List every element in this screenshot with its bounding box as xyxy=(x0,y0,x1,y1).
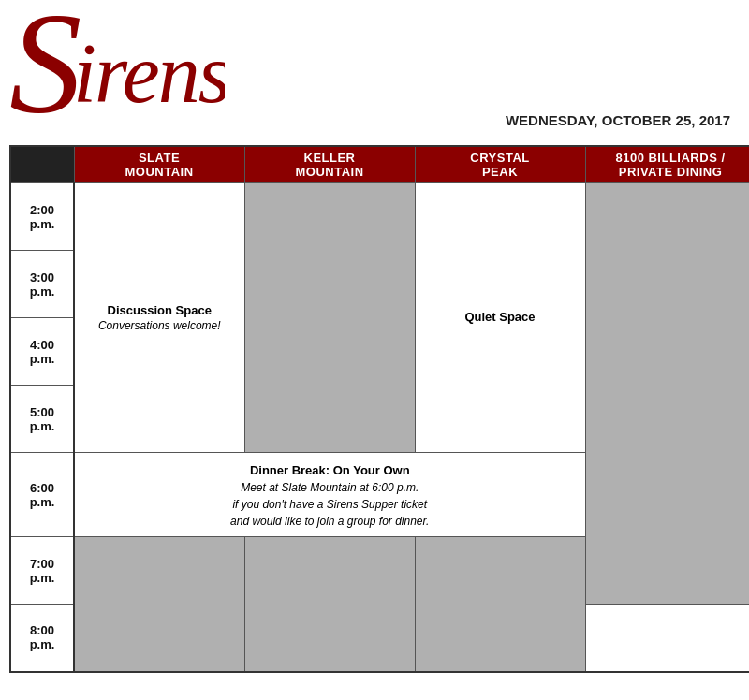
time-cell: 6:00 p.m. xyxy=(10,453,74,537)
dinner-subtitle: Meet at Slate Mountain at 6:00 p.m.if yo… xyxy=(230,481,429,528)
quiet-space-title: Quiet Space xyxy=(421,310,580,324)
col-header-keller: KELLERMOUNTAIN xyxy=(244,146,415,183)
event-date: WEDNESDAY, OCTOBER 25, 2017 xyxy=(506,112,730,138)
dinner-break-cell: Dinner Break: On Your Own Meet at Slate … xyxy=(74,453,585,537)
time-cell: 2:00 p.m. xyxy=(10,183,74,251)
table-header-row: SLATEMOUNTAIN KELLERMOUNTAIN CRYSTALPEAK… xyxy=(10,146,749,183)
time-cell: 8:00 p.m. xyxy=(10,605,74,672)
keller-bottom-gray xyxy=(244,537,415,672)
table-row: 2:00 p.m. Discussion Space Conversations… xyxy=(10,183,749,251)
col-header-crystal: CRYSTALPEAK xyxy=(415,146,585,183)
schedule-table: SLATEMOUNTAIN KELLERMOUNTAIN CRYSTALPEAK… xyxy=(9,145,749,673)
billiards-top-gray xyxy=(585,183,749,605)
keller-gray-cell xyxy=(244,183,415,453)
logo: S irens xyxy=(9,0,225,138)
slate-bottom-gray xyxy=(74,537,244,672)
crystal-bottom-gray xyxy=(415,537,585,672)
svg-text:S: S xyxy=(9,0,81,121)
svg-text:irens: irens xyxy=(73,27,225,120)
time-cell: 5:00 p.m. xyxy=(10,386,74,453)
time-col-header xyxy=(10,146,74,183)
time-cell: 7:00 p.m. xyxy=(10,537,74,605)
dinner-title: Dinner Break: On Your Own xyxy=(250,463,410,477)
quiet-space-cell: Quiet Space xyxy=(415,183,585,453)
col-header-billiards: 8100 BILLIARDS /PRIVATE DINING xyxy=(585,146,749,183)
discussion-space-title: Discussion Space xyxy=(81,303,239,317)
time-cell: 3:00 p.m. xyxy=(10,251,74,318)
time-cell: 4:00 p.m. xyxy=(10,318,74,386)
col-header-slate: SLATEMOUNTAIN xyxy=(74,146,244,183)
page-header: S irens WEDNESDAY, OCTOBER 25, 2017 xyxy=(0,0,749,145)
discussion-space-cell: Discussion Space Conversations welcome! xyxy=(74,183,244,453)
discussion-space-subtitle: Conversations welcome! xyxy=(81,319,239,332)
